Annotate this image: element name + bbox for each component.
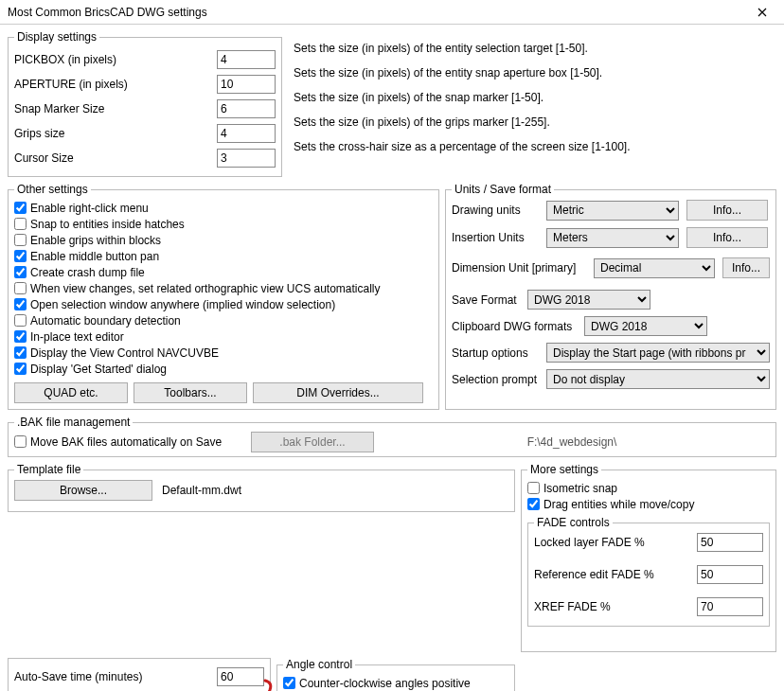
clipboard-format-label: Clipboard DWG formats (452, 320, 584, 333)
autosave-label: Auto-Save time (minutes) (14, 670, 217, 683)
other-check-7[interactable]: Automatic boundary detection (14, 312, 433, 328)
other-check-2[interactable]: Enable grips within blocks (14, 232, 433, 248)
ccw-label: Counter-clockwise angles positive (299, 677, 471, 690)
clipboard-format-select[interactable]: DWG 2018 (584, 316, 707, 336)
insertion-units-label: Insertion Units (452, 231, 546, 244)
timing-box: Auto-Save time (minutes) Right-click dur… (8, 658, 271, 691)
display-desc: Sets the size (in pixels) of the grips m… (294, 110, 773, 134)
other-checkbox-9[interactable] (14, 346, 27, 359)
display-input-4[interactable] (217, 149, 276, 168)
insertion-units-info-button[interactable]: Info... (686, 227, 768, 248)
drag-entities-row[interactable]: Drag entities while move/copy (527, 496, 770, 512)
template-group: Template file Browse... Default-mm.dwt (8, 463, 515, 512)
other-checkbox-0[interactable] (14, 202, 27, 214)
bak-group: .BAK file management Move BAK files auto… (8, 416, 776, 457)
other-checkbox-2[interactable] (14, 234, 27, 246)
display-input-2[interactable] (217, 99, 276, 118)
units-save-group: Units / Save format Drawing units Metric… (445, 183, 776, 410)
other-settings-legend: Other settings (14, 183, 91, 196)
bak-path: F:\4d_webdesign\ (374, 435, 770, 449)
window-title: Most Common BricsCAD DWG settings (8, 6, 207, 19)
display-desc: Sets the size (in pixels) of the entity … (294, 61, 773, 85)
drawing-units-info-button[interactable]: Info... (686, 200, 768, 221)
other-checkbox-8[interactable] (14, 330, 27, 343)
display-settings-group: Display settings PICKBOX (in pixels)APER… (8, 30, 282, 177)
other-check-9[interactable]: Display the View Control NAVCUVBE (14, 345, 433, 361)
close-button[interactable] (746, 2, 778, 23)
dimension-unit-info-button[interactable]: Info... (722, 257, 770, 278)
display-input-0[interactable] (217, 50, 276, 69)
display-input-1[interactable] (217, 75, 276, 94)
other-check-4[interactable]: Create crash dump file (14, 264, 433, 280)
bak-legend: .BAK file management (14, 416, 133, 429)
angle-control-group: Angle control Counter-clockwise angles p… (276, 658, 515, 691)
display-label: PICKBOX (in pixels) (14, 53, 217, 66)
other-checkbox-10[interactable] (14, 363, 27, 375)
template-legend: Template file (14, 463, 83, 476)
selection-prompt-select[interactable]: Do not display (546, 369, 770, 389)
display-desc: Sets the size (in pixels) of the snap ma… (294, 85, 773, 110)
bak-move-checkbox[interactable] (14, 435, 27, 448)
isometric-snap-checkbox[interactable] (527, 482, 540, 494)
other-checkbox-4[interactable] (14, 266, 27, 278)
template-browse-button[interactable]: Browse... (14, 480, 152, 501)
xref-fade-input[interactable] (697, 597, 763, 616)
selection-prompt-label: Selection prompt (452, 373, 546, 386)
locked-fade-input[interactable] (697, 533, 763, 552)
toolbars-button[interactable]: Toolbars... (134, 382, 247, 403)
ccw-checkbox[interactable] (283, 677, 295, 689)
template-file: Default-mm.dwt (162, 484, 241, 497)
close-icon (757, 8, 767, 17)
other-check-10[interactable]: Display 'Get Started' dialog (14, 361, 433, 377)
display-label: Snap Marker Size (14, 102, 217, 115)
dimension-unit-label: Dimension Unit [primary] (452, 261, 594, 275)
other-settings-group: Other settings Enable right-click menuSn… (8, 183, 439, 410)
angle-control-legend: Angle control (283, 658, 355, 671)
other-checkbox-6[interactable] (14, 298, 27, 310)
display-label: Grips size (14, 127, 217, 140)
bak-move-label: Move BAK files automatically on Save (30, 435, 222, 449)
display-desc: Sets the cross-hair size as a percentage… (294, 134, 773, 159)
locked-fade-label: Locked layer FADE % (534, 536, 697, 549)
display-settings-legend: Display settings (14, 30, 99, 44)
display-input-3[interactable] (217, 124, 276, 143)
insertion-units-select[interactable]: Meters (546, 228, 679, 248)
units-legend: Units / Save format (452, 183, 554, 196)
refedit-fade-input[interactable] (697, 565, 763, 584)
dim-overrides-button[interactable]: DIM Overrides... (253, 382, 423, 403)
display-label: Cursor Size (14, 151, 217, 165)
other-checkbox-3[interactable] (14, 250, 27, 262)
refedit-fade-label: Reference edit FADE % (534, 568, 697, 581)
other-check-6[interactable]: Open selection window anywhere (implied … (14, 296, 433, 312)
display-desc: Sets the size (in pixels) of the entity … (294, 36, 773, 61)
startup-options-label: Startup options (452, 346, 546, 360)
other-checkbox-7[interactable] (14, 314, 27, 327)
other-check-3[interactable]: Enable middle button pan (14, 248, 433, 264)
bak-move-checkbox-row[interactable]: Move BAK files automatically on Save (14, 434, 251, 450)
other-check-0[interactable]: Enable right-click menu (14, 200, 433, 216)
titlebar: Most Common BricsCAD DWG settings (0, 0, 784, 25)
drawing-units-select[interactable]: Metric (546, 201, 679, 221)
other-checkbox-1[interactable] (14, 218, 27, 230)
autosave-input[interactable] (217, 667, 264, 686)
other-check-5[interactable]: When view changes, set related orthograp… (14, 280, 433, 296)
display-descriptions: Sets the size (in pixels) of the entity … (288, 30, 776, 177)
xref-fade-label: XREF FADE % (534, 600, 697, 613)
drawing-units-label: Drawing units (452, 204, 546, 217)
ccw-row[interactable]: Counter-clockwise angles positive (283, 675, 508, 691)
startup-options-select[interactable]: Display the Start page (with ribbons pr (546, 343, 770, 363)
other-checkbox-5[interactable] (14, 282, 27, 294)
dimension-unit-select[interactable]: Decimal (594, 258, 715, 278)
save-format-label: Save Format (452, 293, 527, 307)
isometric-snap-row[interactable]: Isometric snap (527, 480, 770, 496)
other-check-1[interactable]: Snap to entities inside hatches (14, 216, 433, 232)
save-format-select[interactable]: DWG 2018 (527, 290, 650, 310)
drag-entities-checkbox[interactable] (527, 498, 540, 510)
quad-button[interactable]: QUAD etc. (14, 382, 128, 403)
drag-entities-label: Drag entities while move/copy (543, 498, 694, 511)
more-settings-legend: More settings (527, 463, 601, 476)
isometric-snap-label: Isometric snap (543, 482, 617, 495)
other-check-8[interactable]: In-place text editor (14, 328, 433, 345)
fade-controls-legend: FADE controls (534, 516, 613, 529)
bak-folder-button[interactable]: .bak Folder... (251, 432, 374, 452)
